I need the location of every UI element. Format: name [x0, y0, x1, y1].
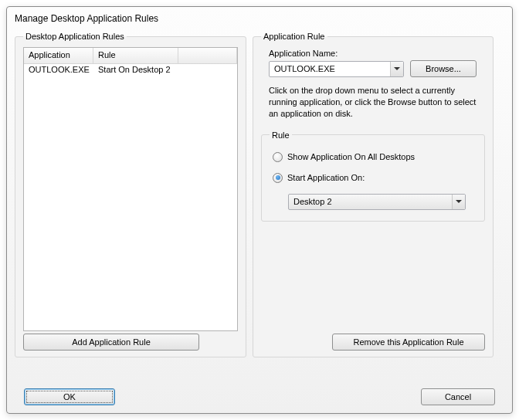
window-title: Manage Desktop Application Rules — [7, 7, 512, 27]
combo-dropdown-button[interactable] — [390, 62, 403, 76]
listview-header: Application Rule — [24, 48, 237, 64]
desktop-rules-group: Desktop Application Rules Application Ru… — [15, 32, 246, 357]
radio-show-all-row[interactable]: Show Application On All Desktops — [273, 152, 477, 162]
desktop-rules-legend: Desktop Application Rules — [23, 32, 127, 41]
column-rule[interactable]: Rule — [93, 48, 178, 63]
radio-show-all[interactable] — [273, 152, 283, 162]
radio-start-on-label: Start Application On: — [287, 173, 365, 182]
radio-start-on[interactable] — [273, 173, 283, 183]
application-name-row: OUTLOOK.EXE Browse... — [269, 60, 485, 77]
desktop-combo-value: Desktop 2 — [289, 197, 465, 206]
cancel-button[interactable]: Cancel — [421, 388, 495, 405]
rule-sub-legend: Rule — [270, 130, 292, 140]
rule-subgroup: Rule Show Application On All Desktops St… — [261, 130, 485, 222]
content-area: Desktop Application Rules Application Ru… — [7, 27, 512, 357]
dialog-footer: OK Cancel — [7, 388, 512, 405]
application-name-value: OUTLOOK.EXE — [270, 64, 390, 73]
column-application[interactable]: Application — [24, 48, 93, 63]
application-rule-group: Application Rule Application Name: OUTLO… — [253, 32, 494, 357]
remove-application-rule-button[interactable]: Remove this Application Rule — [332, 334, 485, 351]
radio-selected-dot-icon — [276, 175, 280, 180]
chevron-down-icon — [394, 67, 400, 70]
cell-application: OUTLOOK.EXE — [24, 64, 93, 77]
application-rule-legend: Application Rule — [261, 32, 327, 41]
desktop-combo[interactable]: Desktop 2 — [288, 194, 466, 210]
cell-rule: Start On Desktop 2 — [93, 64, 175, 77]
hint-text: Click on the drop down menu to select a … — [269, 85, 480, 120]
radio-start-on-row[interactable]: Start Application On: — [273, 173, 477, 183]
table-row[interactable]: OUTLOOK.EXE Start On Desktop 2 — [24, 64, 237, 77]
ok-button[interactable]: OK — [24, 388, 115, 405]
add-application-rule-button[interactable]: Add Application Rule — [23, 334, 199, 351]
desktop-combo-button[interactable] — [452, 195, 465, 209]
dialog-window: Manage Desktop Application Rules Desktop… — [6, 6, 513, 414]
application-name-combo[interactable]: OUTLOOK.EXE — [269, 61, 404, 77]
rules-listview[interactable]: Application Rule OUTLOOK.EXE Start On De… — [23, 47, 238, 331]
chevron-down-icon — [456, 200, 462, 203]
browse-button[interactable]: Browse... — [410, 60, 477, 77]
application-name-label: Application Name: — [269, 49, 485, 58]
radio-show-all-label: Show Application On All Desktops — [287, 152, 415, 161]
column-filler — [178, 48, 237, 63]
